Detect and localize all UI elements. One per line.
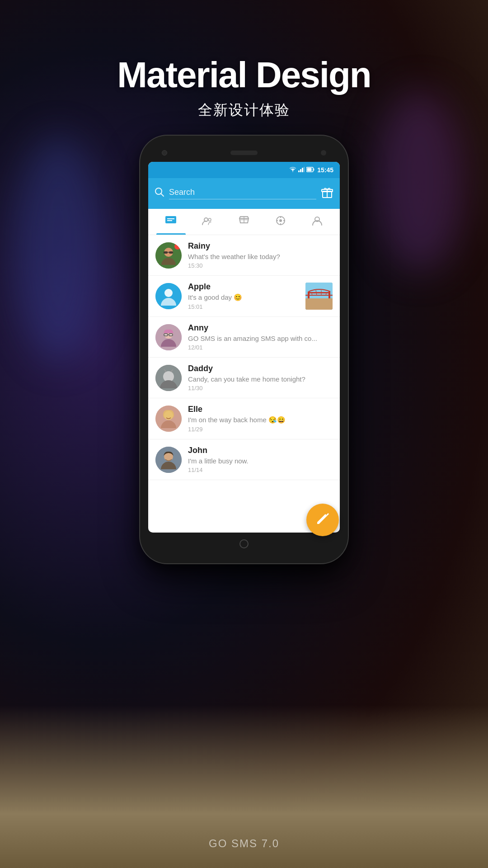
- bg-blur-left: [14, 136, 104, 362]
- svg-rect-1: [300, 169, 301, 172]
- conv-content-rainy: Rainy What's the weather like today? 15:…: [188, 241, 333, 269]
- phone-camera: [162, 150, 167, 156]
- conv-time: 11/14: [188, 467, 333, 473]
- tab-store[interactable]: [226, 209, 263, 235]
- tabs-bar: [148, 209, 340, 235]
- conv-thumbnail-bridge: [305, 283, 333, 310]
- svg-rect-28: [164, 251, 168, 254]
- conv-time: 15:30: [188, 262, 333, 269]
- avatar-daddy: [155, 365, 182, 391]
- compose-fab[interactable]: [306, 504, 339, 533]
- tab-profile[interactable]: [299, 209, 335, 235]
- conv-name: Elle: [188, 405, 333, 414]
- sub-title: 全新设计体验: [0, 100, 488, 120]
- phone-top-bar: [148, 144, 340, 162]
- profile-tab-icon: [311, 216, 323, 228]
- conv-preview: What's the weather like today?: [188, 253, 333, 260]
- conv-content-anny: Anny GO SMS is an amazing SMS app with c…: [188, 323, 333, 351]
- svg-rect-44: [164, 334, 168, 336]
- svg-point-16: [208, 218, 211, 221]
- phone-device: 15:45 Search: [140, 136, 348, 563]
- conv-content-apple: Apple It's a good day 😊 15:01: [188, 282, 299, 310]
- list-item[interactable]: Anny GO SMS is an amazing SMS app with c…: [148, 317, 340, 358]
- bg-bottom: [0, 597, 488, 868]
- search-field[interactable]: Search: [169, 188, 316, 199]
- unread-badge: [174, 243, 181, 250]
- conv-preview: I'm a little busy now.: [188, 457, 333, 465]
- conv-content-elle: Elle I'm on the way back home 😪😄 11/29: [188, 405, 333, 433]
- page-footer: GO SMS 7.0: [0, 837, 488, 850]
- svg-rect-34: [305, 298, 333, 310]
- contacts-tab-icon: [202, 216, 213, 228]
- conv-name: John: [188, 446, 333, 455]
- wifi-icon: [289, 166, 296, 174]
- status-time: 15:45: [317, 166, 333, 174]
- svg-point-20: [279, 219, 282, 222]
- tab-contacts[interactable]: [189, 209, 226, 235]
- status-icons: [289, 166, 314, 174]
- phone-bottom-bar: [148, 533, 340, 555]
- list-item[interactable]: Apple It's a good day 😊 15:01: [148, 276, 340, 317]
- conv-preview: I'm on the way back home 😪😄: [188, 416, 333, 424]
- conv-name: Anny: [188, 323, 333, 333]
- gift-icon[interactable]: [321, 186, 333, 201]
- phone-outer: 15:45 Search: [140, 136, 348, 563]
- phone-screen: 15:45 Search: [148, 162, 340, 533]
- messages-tab-icon: [165, 216, 177, 228]
- bridge-image: [305, 283, 333, 310]
- app-bar: Search: [148, 178, 340, 209]
- avatar-anny: [155, 324, 182, 350]
- avatar-john: [155, 447, 182, 473]
- conv-time: 15:01: [188, 303, 299, 310]
- list-item[interactable]: John I'm a little busy now. 11/14: [148, 439, 340, 480]
- svg-rect-12: [165, 216, 176, 223]
- tab-discover[interactable]: [262, 209, 299, 235]
- battery-icon: [306, 167, 314, 174]
- discover-tab-icon: [275, 216, 286, 228]
- tab-messages[interactable]: [153, 209, 189, 235]
- conv-time: 11/30: [188, 385, 333, 392]
- home-button[interactable]: [239, 539, 249, 548]
- svg-line-8: [161, 194, 164, 197]
- svg-rect-3: [304, 167, 305, 172]
- signal-icon: [298, 167, 305, 174]
- conv-time: 11/29: [188, 426, 333, 433]
- svg-rect-5: [314, 168, 314, 170]
- svg-rect-29: [169, 251, 173, 254]
- status-bar: 15:45: [148, 162, 340, 178]
- page-header: Material Design 全新设计体验: [0, 54, 488, 120]
- conv-name: Rainy: [188, 241, 333, 251]
- svg-rect-2: [302, 168, 303, 172]
- store-tab-icon: [238, 216, 250, 228]
- conv-name: Apple: [188, 282, 299, 292]
- conv-content-daddy: Daddy Candy, can you take me home tonigh…: [188, 364, 333, 392]
- phone-sensor: [321, 150, 326, 156]
- conv-preview: GO SMS is an amazing SMS app with co...: [188, 335, 333, 342]
- conv-preview: It's a good day 😊: [188, 293, 299, 302]
- svg-rect-0: [298, 170, 300, 172]
- avatar-elle: [155, 406, 182, 432]
- footer-text: GO SMS 7.0: [0, 837, 488, 850]
- compose-icon: [315, 511, 330, 529]
- conv-name: Daddy: [188, 364, 333, 373]
- conv-preview: Candy, can you take me home tonight?: [188, 375, 333, 383]
- svg-point-32: [164, 289, 173, 297]
- list-item[interactable]: Elle I'm on the way back home 😪😄 11/29: [148, 398, 340, 439]
- avatar-apple: [155, 283, 182, 309]
- search-icon: [155, 187, 164, 200]
- main-title: Material Design: [0, 54, 488, 96]
- phone-speaker: [230, 151, 258, 155]
- svg-rect-45: [169, 334, 173, 336]
- conv-content-john: John I'm a little busy now. 11/14: [188, 446, 333, 473]
- conv-time: 12/01: [188, 344, 333, 351]
- list-item[interactable]: Daddy Candy, can you take me home tonigh…: [148, 358, 340, 398]
- svg-rect-6: [307, 168, 312, 171]
- avatar-rainy: [155, 242, 182, 269]
- list-item[interactable]: Rainy What's the weather like today? 15:…: [148, 235, 340, 276]
- conversation-list: Rainy What's the weather like today? 15:…: [148, 235, 340, 480]
